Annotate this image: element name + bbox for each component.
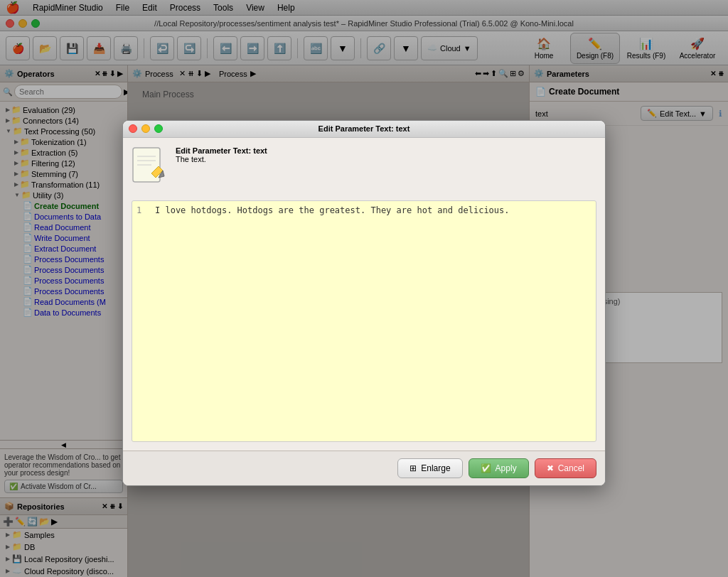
- modal-body: Edit Parameter Text: text The text. 1 I …: [123, 138, 605, 451]
- enlarge-button[interactable]: ⊞ Enlarge: [397, 458, 462, 478]
- modal-footer: ⊞ Enlarge ✅ Apply ✖ Cancel: [123, 451, 605, 485]
- modal-maximize-button[interactable]: [154, 124, 163, 133]
- enlarge-label: Enlarge: [421, 463, 450, 473]
- text-editor-area[interactable]: 1 I love hotdogs. Hotdogs are the greate…: [132, 200, 596, 442]
- cancel-button[interactable]: ✖ Cancel: [535, 458, 596, 478]
- modal-title: Edit Parameter Text: text: [318, 124, 410, 133]
- doc-pencil-icon: [132, 146, 167, 185]
- modal-description: Edit Parameter Text: text The text.: [176, 146, 267, 163]
- modal-titlebar: Edit Parameter Text: text: [123, 121, 605, 138]
- modal-desc-line1: Edit Parameter Text: text: [176, 146, 267, 155]
- cancel-icon: ✖: [547, 463, 554, 473]
- apply-button[interactable]: ✅ Apply: [469, 458, 529, 478]
- modal-top: Edit Parameter Text: text The text.: [132, 146, 596, 192]
- apply-icon: ✅: [481, 463, 491, 473]
- modal-close-button[interactable]: [129, 124, 137, 133]
- modal-dialog: Edit Parameter Text: text Edit Parameter: [122, 120, 606, 486]
- modal-overlay: Edit Parameter Text: text Edit Parameter: [0, 0, 728, 577]
- enlarge-icon: ⊞: [410, 463, 417, 473]
- modal-doc-icon: [132, 146, 167, 192]
- modal-window-controls: [129, 124, 163, 133]
- modal-minimize-button[interactable]: [141, 124, 150, 133]
- cancel-label: Cancel: [558, 463, 584, 473]
- apply-label: Apply: [496, 463, 517, 473]
- line-number: 1: [136, 205, 148, 437]
- editor-text-content[interactable]: I love hotdogs. Hotdogs are the greatest…: [155, 205, 592, 437]
- modal-desc-line2: The text.: [176, 155, 267, 163]
